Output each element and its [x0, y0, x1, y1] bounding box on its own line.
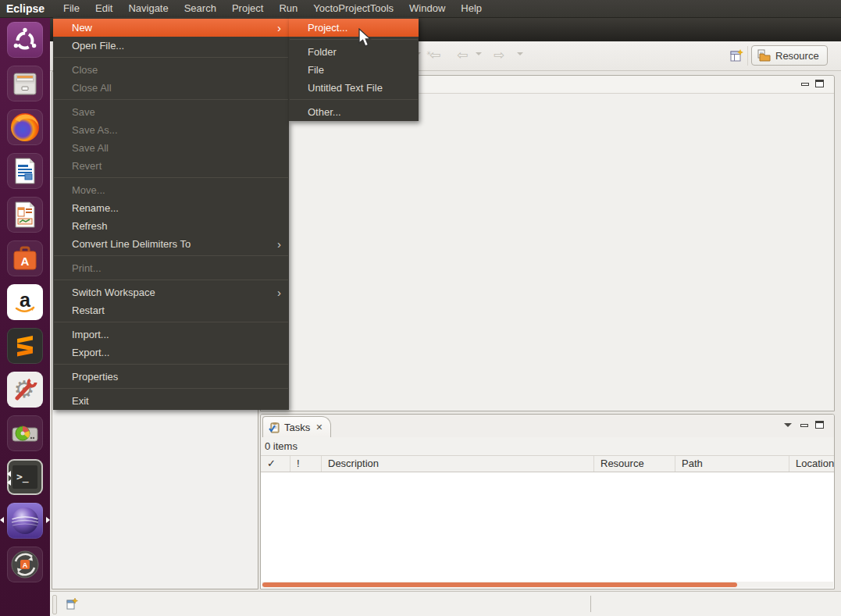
submenu-item-project[interactable]: Project... [289, 19, 419, 37]
menu-item-close[interactable]: Close [53, 61, 289, 79]
menu-separator [54, 280, 288, 280]
dock-item-system-tools[interactable]: ⚙ [7, 372, 43, 408]
dock-item-libreoffice-writer[interactable] [7, 153, 43, 189]
menubar-help[interactable]: Help [453, 0, 490, 17]
dock-item-files[interactable] [7, 66, 43, 101]
dock-item-libreoffice-impress[interactable] [7, 197, 43, 233]
firefox-icon [8, 110, 42, 144]
menu-item-save-all[interactable]: Save All [53, 139, 289, 157]
menu-separator [54, 57, 288, 58]
submenu-item-untitled-text-file[interactable]: Untitled Text File [289, 79, 419, 97]
tasks-table-header: ✓ ! Description Resource Path Location [261, 455, 834, 472]
editor-area [260, 75, 835, 411]
svg-text:A: A [21, 255, 30, 268]
file-manager-icon [8, 66, 42, 101]
dock-item-ubuntu[interactable] [7, 22, 43, 58]
menubar-run[interactable]: Run [271, 0, 305, 17]
menu-item-restart[interactable]: Restart [53, 301, 289, 319]
column-priority[interactable]: ! [290, 456, 322, 472]
resource-perspective-label: Resource [775, 50, 819, 62]
disk-usage-analyzer-icon [8, 416, 42, 450]
statusbar-grip [52, 595, 57, 614]
menu-item-convert-line-delimiters[interactable]: Convert Line Delimiters To› [53, 235, 289, 253]
new-submenu: Project... Folder File Untitled Text Fil… [289, 17, 419, 121]
dock-item-firefox[interactable] [7, 109, 43, 145]
last-edit-location-icon[interactable]: ✳⇦ [429, 47, 440, 64]
column-path[interactable]: Path [675, 456, 789, 472]
tasks-table-body [261, 472, 834, 581]
column-location[interactable]: Location [789, 456, 834, 472]
menubar-window[interactable]: Window [401, 0, 453, 17]
open-perspective-icon[interactable] [730, 49, 743, 62]
menubar-navigate[interactable]: Navigate [120, 0, 176, 17]
view-menu-icon[interactable] [784, 423, 792, 431]
focused-indicator-left [0, 517, 4, 523]
dock-item-software-updater[interactable]: A [7, 547, 43, 582]
unity-launcher: A a ⚙ [0, 17, 50, 616]
menu-item-properties[interactable]: Properties [53, 368, 289, 386]
terminal-icon: >_ [8, 460, 42, 494]
dock-item-amazon[interactable]: a [7, 284, 43, 320]
statusbar-divider [590, 596, 591, 612]
back-dropdown-icon[interactable] [476, 52, 482, 59]
menu-separator [290, 39, 418, 40]
column-resource[interactable]: Resource [594, 456, 675, 472]
menu-item-save[interactable]: Save [53, 103, 289, 121]
forward-dropdown-icon[interactable] [517, 52, 523, 59]
menu-item-rename[interactable]: Rename... [53, 199, 289, 217]
minimize-icon[interactable] [801, 83, 809, 86]
column-description[interactable]: Description [322, 456, 594, 472]
menu-item-refresh[interactable]: Refresh [53, 217, 289, 235]
dock-item-sublime-text[interactable] [7, 328, 43, 364]
dock-item-eclipse-ide[interactable] [7, 503, 43, 539]
dock-item-disk-usage-analyzer[interactable] [7, 415, 43, 451]
menubar-search[interactable]: Search [176, 0, 224, 17]
submenu-item-other[interactable]: Other... [289, 103, 419, 121]
menu-separator [54, 322, 288, 322]
submenu-arrow-icon: › [277, 287, 281, 298]
menu-item-revert[interactable]: Revert [53, 157, 289, 175]
menu-separator [54, 177, 288, 178]
forward-icon[interactable]: ⇨ [494, 47, 504, 64]
column-completed[interactable]: ✓ [261, 456, 290, 472]
fast-view-icon[interactable] [65, 597, 79, 611]
desktop: Eclipse File Edit Navigate Search Projec… [0, 0, 841, 616]
menu-item-import[interactable]: Import... [53, 326, 289, 344]
menu-item-print[interactable]: Print... [53, 259, 289, 277]
mouse-cursor [358, 28, 374, 48]
menu-separator [54, 255, 288, 256]
tasks-icon [269, 422, 280, 433]
menu-item-exit[interactable]: Exit [53, 392, 289, 410]
horizontal-scrollbar[interactable] [262, 582, 833, 588]
scrollbar-thumb[interactable] [262, 582, 737, 587]
menu-item-close-all[interactable]: Close All [53, 79, 289, 97]
menu-item-new[interactable]: New› [53, 19, 289, 37]
running-indicator [7, 479, 11, 486]
tab-tasks[interactable]: Tasks ✕ [262, 416, 331, 437]
resource-folder-icon [757, 49, 772, 62]
back-icon[interactable]: ⇦ [457, 47, 468, 64]
system-tools-icon: ⚙ [8, 372, 42, 407]
global-menubar: Eclipse File Edit Navigate Search Projec… [0, 0, 841, 18]
eclipse-icon [8, 504, 42, 538]
menu-item-switch-workspace[interactable]: Switch Workspace› [53, 283, 289, 301]
menu-item-move[interactable]: Move... [53, 181, 289, 199]
menu-item-open-file[interactable]: Open File... [53, 37, 289, 55]
resource-perspective-button[interactable]: Resource [751, 45, 828, 66]
menubar-edit[interactable]: Edit [87, 0, 120, 17]
maximize-icon[interactable] [815, 80, 824, 87]
minimize-icon[interactable] [800, 424, 808, 427]
impress-icon [8, 198, 42, 232]
submenu-item-folder[interactable]: Folder [289, 43, 419, 61]
dock-item-terminal[interactable]: >_ [7, 459, 43, 495]
submenu-item-file[interactable]: File [289, 61, 419, 79]
close-icon[interactable]: ✕ [314, 422, 323, 433]
menu-item-save-as[interactable]: Save As... [53, 121, 289, 139]
menubar-yoctoprojecttools[interactable]: YoctoProjectTools [305, 0, 401, 17]
menubar-file[interactable]: File [55, 0, 87, 17]
maximize-icon[interactable] [815, 421, 824, 429]
dock-item-ubuntu-software[interactable]: A [7, 240, 43, 276]
menubar-project[interactable]: Project [224, 0, 271, 17]
running-indicator [7, 471, 11, 477]
menu-item-export[interactable]: Export... [53, 344, 289, 361]
